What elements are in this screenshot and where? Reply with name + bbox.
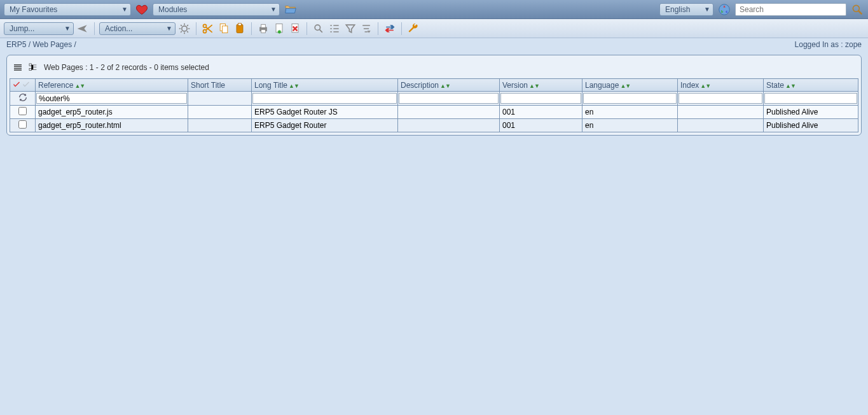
sort-arrows-icon: ▲▼ — [74, 83, 85, 89]
filter-button[interactable] — [343, 22, 357, 36]
sort-arrows-icon: ▲▼ — [440, 83, 450, 89]
cell-reference: gadget_erp5_router.html — [36, 119, 188, 132]
header-state[interactable]: State▲▼ — [764, 79, 858, 92]
sort-arrows-icon: ▲▼ — [529, 83, 539, 89]
list-icon — [328, 22, 341, 35]
language-select[interactable]: English ▼ — [659, 3, 713, 16]
language-label: English — [665, 5, 690, 14]
filter-state[interactable] — [764, 93, 857, 104]
language-button[interactable]: abc — [717, 3, 731, 17]
header-version[interactable]: Version▲▼ — [500, 79, 582, 92]
cell-reference: gadget_erp5_router.js — [36, 106, 188, 119]
printer-icon — [257, 22, 270, 35]
delete-document-icon — [289, 22, 301, 35]
table-row[interactable]: gadget_erp5_router.html ERP5 Gadget Rout… — [10, 119, 858, 132]
cell-version: 001 — [500, 119, 582, 132]
svg-rect-24 — [29, 68, 31, 70]
clipboard-icon — [233, 22, 246, 35]
check-all-icon[interactable] — [13, 80, 20, 88]
cell-index — [678, 119, 764, 132]
funnel-icon — [344, 22, 357, 35]
jump-label: Jump... — [10, 24, 34, 33]
cell-version: 001 — [500, 106, 582, 119]
header-short-title[interactable]: Short Title — [188, 79, 252, 92]
filter-index[interactable] — [679, 93, 762, 104]
svg-text:✸: ✸ — [277, 29, 282, 35]
header-row: Reference▲▼ Short Title Long Title▲▼ Des… — [10, 79, 858, 92]
toolbar: Jump... ▼ Action... ▼ ✸ — [0, 19, 868, 38]
print-button[interactable] — [256, 22, 270, 36]
header-long-title[interactable]: Long Title▲▼ — [252, 79, 398, 92]
configure-button[interactable] — [406, 22, 420, 36]
search-button[interactable] — [850, 3, 864, 17]
search-icon — [312, 22, 325, 35]
sort-button[interactable] — [359, 22, 373, 36]
refresh-icon[interactable] — [18, 92, 28, 102]
delete-button[interactable] — [288, 22, 302, 36]
exchange-button[interactable] — [383, 22, 397, 36]
chevron-down-icon: ▼ — [270, 6, 277, 13]
cell-short-title — [188, 106, 252, 119]
copy-button[interactable] — [217, 22, 231, 36]
header-description[interactable]: Description▲▼ — [398, 79, 500, 92]
folder-open-icon — [284, 3, 298, 17]
uncheck-all-icon[interactable] — [22, 80, 30, 88]
cell-long-title: ERP5 Gadget Router — [252, 119, 398, 132]
svg-point-6 — [182, 25, 187, 31]
copy-icon — [217, 22, 230, 35]
jump-button[interactable] — [76, 22, 90, 36]
jump-select[interactable]: Jump... ▼ — [4, 22, 74, 35]
filter-version[interactable] — [500, 93, 581, 104]
action-label: Action... — [105, 24, 132, 33]
cut-button[interactable] — [201, 22, 215, 36]
paste-button[interactable] — [233, 22, 247, 36]
filter-reference[interactable] — [36, 93, 187, 104]
favourites-select[interactable]: My Favourites ▼ — [4, 3, 131, 16]
header-index[interactable]: Index▲▼ — [678, 79, 764, 92]
filter-description[interactable] — [399, 93, 499, 104]
cell-description — [398, 106, 500, 119]
table-row[interactable]: gadget_erp5_router.js ERP5 Gadget Router… — [10, 106, 858, 119]
cell-long-title: ERP5 Gadget Router JS — [252, 106, 398, 119]
sort-arrows-icon: ▲▼ — [620, 83, 630, 89]
show-all-button[interactable] — [327, 22, 341, 36]
action-select[interactable]: Action... ▼ — [99, 22, 176, 35]
favourite-heart-button[interactable] — [135, 3, 149, 17]
favourites-label: My Favourites — [10, 5, 57, 14]
new-button[interactable]: ✸ — [272, 22, 286, 36]
action-button[interactable] — [177, 22, 191, 36]
svg-line-5 — [859, 11, 862, 13]
open-folder-button[interactable] — [284, 3, 298, 17]
listbox-table: Reference▲▼ Short Title Long Title▲▼ Des… — [10, 78, 858, 132]
listbox: Web Pages : 1 - 2 of 2 records - 0 items… — [6, 55, 862, 136]
header-language[interactable]: Language▲▼ — [582, 79, 678, 92]
filter-language[interactable] — [583, 93, 677, 104]
svg-rect-16 — [261, 24, 266, 27]
login-user: zope — [845, 40, 862, 49]
chevron-down-icon: ▼ — [166, 25, 172, 32]
search-input[interactable] — [735, 3, 846, 16]
breadcrumb-root[interactable]: ERP5 — [6, 40, 26, 49]
scissors-icon — [202, 22, 214, 35]
svg-text:c: c — [726, 9, 727, 13]
modules-label: Modules — [158, 5, 187, 14]
breadcrumb-module[interactable]: Web Pages — [32, 40, 72, 49]
sort-arrows-icon: ▲▼ — [289, 83, 299, 89]
filter-row — [10, 92, 858, 106]
abc-icon: abc — [717, 3, 731, 17]
modules-select[interactable]: Modules ▼ — [153, 3, 280, 16]
flat-list-button[interactable] — [11, 60, 25, 74]
chevron-down-icon: ▼ — [64, 25, 71, 32]
svg-rect-12 — [223, 25, 228, 32]
chevron-down-icon: ▼ — [121, 6, 128, 13]
heart-icon — [135, 3, 148, 16]
filter-long-title[interactable] — [252, 93, 397, 104]
find-button[interactable] — [312, 22, 326, 36]
sort-arrows-icon: ▲▼ — [700, 83, 710, 89]
svg-line-22 — [320, 29, 322, 32]
header-reference[interactable]: Reference▲▼ — [36, 79, 188, 92]
row-checkbox[interactable] — [18, 107, 27, 115]
row-checkbox[interactable] — [18, 120, 27, 129]
wrench-icon — [407, 22, 420, 35]
tree-list-button[interactable] — [26, 60, 40, 74]
